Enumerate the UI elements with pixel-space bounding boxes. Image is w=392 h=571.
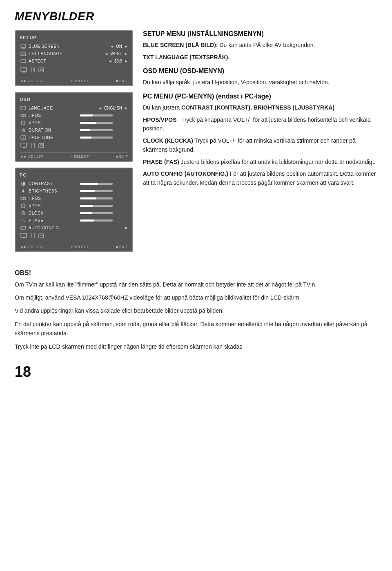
blue-screen-value: ON xyxy=(116,44,122,49)
txt-language-label: TXT LANGUAGE xyxy=(29,52,104,56)
osd-footer-select: ÷ SELECT xyxy=(71,155,89,159)
obs-para-3: Vid andra upplösningar kan vissa skalade… xyxy=(15,306,377,315)
pc-vpos-bar xyxy=(80,205,113,207)
aspect-arrow-right: ► xyxy=(124,59,128,63)
pc-footer-exit: ■ EXIT xyxy=(116,245,128,249)
right-column: SETUP MENU (INSTÄLLNINGSMENYN) BLUE SCRE… xyxy=(143,30,377,258)
vpos-bar-container xyxy=(78,122,128,124)
svg-rect-28 xyxy=(23,147,25,148)
bright-icon xyxy=(20,188,27,194)
svg-line-47 xyxy=(23,213,24,213)
menu-row-txt-language: TXT TXT LANGUAGE ◄ WEST ► xyxy=(20,50,128,57)
halftone-label: HALF TONE xyxy=(29,135,78,140)
osd-para-1: Du kan välja språk, justera H-position, … xyxy=(143,78,377,87)
menu-icon-tv2 xyxy=(20,67,28,74)
brightness-bar xyxy=(80,190,113,192)
pc-vpos-bar-fill xyxy=(80,205,93,207)
halftone-bar xyxy=(80,137,113,139)
clock-bar xyxy=(80,212,113,214)
setup-section-title: SETUP MENU (INSTÄLLNINGSMENYN) xyxy=(143,30,377,38)
duration-bar xyxy=(80,129,113,131)
language-label: LANGUAGE xyxy=(29,106,98,110)
auto-icon: A xyxy=(20,225,27,231)
aspect-value: 16:9 xyxy=(114,59,122,63)
footer-adjust: ◄► ADJUST xyxy=(20,79,44,83)
menu-row-blue-screen: BLUE SCREEN ◄ ON ► xyxy=(20,43,128,50)
pc-menu-title: PC xyxy=(20,172,128,177)
phase-label: PHASE xyxy=(29,218,78,223)
pc-para-4: PHASE (FAS) Justera bildens pixelfas för… xyxy=(143,158,377,167)
brightness-bar-fill xyxy=(80,190,95,192)
clock-label: CLOCK xyxy=(29,211,78,215)
pc-para-2: HPOS/VPOS Tryck på knapparna VOL+/- för … xyxy=(143,116,377,133)
pc-footer-adjust: ◄► ADJUST xyxy=(20,245,44,249)
setup-para-1: BLUE SCREEN (BLÅ BILD): Du kan sätta PÅ … xyxy=(143,41,377,50)
hpos-bar-fill xyxy=(80,114,93,116)
svg-rect-2 xyxy=(22,48,25,48)
pc-icon-list xyxy=(38,233,44,240)
page-number: 18 xyxy=(15,363,377,381)
svg-rect-6 xyxy=(21,67,27,72)
page-title: MENYBILDER xyxy=(15,10,377,23)
svg-rect-8 xyxy=(22,72,26,73)
pc-icon-fork xyxy=(30,233,36,240)
contrast-icon xyxy=(20,181,27,186)
aspect-arrow-left: ◄ xyxy=(108,59,112,63)
auto-config-arrow: ► xyxy=(125,226,128,230)
menu-icon-list xyxy=(38,67,44,74)
menu-row-contrast: CONTRAST xyxy=(20,180,128,187)
clock-icon xyxy=(20,210,27,216)
phase-bar-fill xyxy=(80,219,94,222)
obs-para-5: Tryck inte på LCD-skärmen med ditt finge… xyxy=(15,342,377,351)
menu-row-clock: CLOCK xyxy=(20,209,128,217)
pc-hpos-bar-container xyxy=(78,197,128,199)
lang-icon: A xyxy=(20,105,27,111)
autoconfig-term: AUTO CONFIG (AUTOKONFIG.) xyxy=(143,170,228,177)
menu-row-auto-config: A AUTO CONFIG ► xyxy=(20,224,128,231)
hpos-label: HPOS xyxy=(29,113,78,118)
blue-screen-arrow-left: ◄ xyxy=(110,44,114,49)
tv-icon xyxy=(20,43,27,49)
menu-row-duration: DURATION xyxy=(20,126,128,134)
obs-title: OBS! xyxy=(15,268,377,278)
menu-row-hpos: HPOS xyxy=(20,112,128,119)
halftone-bar-container xyxy=(78,137,128,139)
vpos-icon xyxy=(20,120,27,125)
osd-menu-box: OSD A LANGUAGE ◄ ENGLISH ► HPOS xyxy=(15,92,133,162)
osd-menu-footer: ◄► ADJUST ÷ SELECT ■ EXIT xyxy=(20,152,128,159)
pc-section-title: PC MENU (PC-MENYN) (endast i PC-läge) xyxy=(143,93,377,100)
setup-para-2: TXT LANGUAGE (TEXTSPRÅK). xyxy=(143,53,377,62)
menu-row-phase: PHASE xyxy=(20,217,128,224)
menu-row-pc-hpos: HPOS xyxy=(20,195,128,202)
txt-language-value: WEST xyxy=(110,52,122,56)
svg-text:TXT: TXT xyxy=(22,53,25,55)
auto-config-label: AUTO CONFIG xyxy=(29,226,123,230)
menu-row-aspect: ASPECT ◄ 16:9 ► xyxy=(20,57,128,65)
hpos-icon xyxy=(20,112,27,118)
osd-icon-tv xyxy=(20,143,28,150)
menu-row-language: A LANGUAGE ◄ ENGLISH ► xyxy=(20,104,128,112)
menu-icon-fork xyxy=(30,67,36,74)
language-value: ENGLISH xyxy=(104,106,122,110)
svg-text:A: A xyxy=(21,227,22,229)
menu-row-halftone: HALF TONE xyxy=(20,134,128,141)
pc-vpos-label: VPOS xyxy=(29,204,78,208)
footer-exit: ■ EXIT xyxy=(116,79,128,83)
osd-footer-adjust: ◄► ADJUST xyxy=(20,155,44,159)
menu-row-brightness: BRIGHTNESS xyxy=(20,187,128,195)
osd-footer-exit: ■ EXIT xyxy=(116,155,128,159)
pc-menu-box: PC CONTRAST BRIGHTNESS xyxy=(15,168,133,252)
duration-bar-container xyxy=(78,129,128,131)
clock-term: CLOCK (KLOCKA) xyxy=(143,137,193,144)
svg-line-24 xyxy=(23,130,24,131)
contrast-bar xyxy=(80,183,113,185)
pc-vpos-bar-container xyxy=(78,205,128,207)
blue-screen-term: BLUE SCREEN (BLÅ BILD): xyxy=(143,42,218,48)
pc-hpos-label: HPOS xyxy=(29,196,78,201)
svg-rect-0 xyxy=(21,44,26,47)
obs-para-1: Om TV:n är kall kan lite "flimmer" uppst… xyxy=(15,280,377,289)
pc-icon-tv xyxy=(20,233,28,240)
svg-rect-5 xyxy=(21,60,26,63)
svg-text:A: A xyxy=(21,107,23,110)
duration-bar-fill xyxy=(80,129,90,131)
